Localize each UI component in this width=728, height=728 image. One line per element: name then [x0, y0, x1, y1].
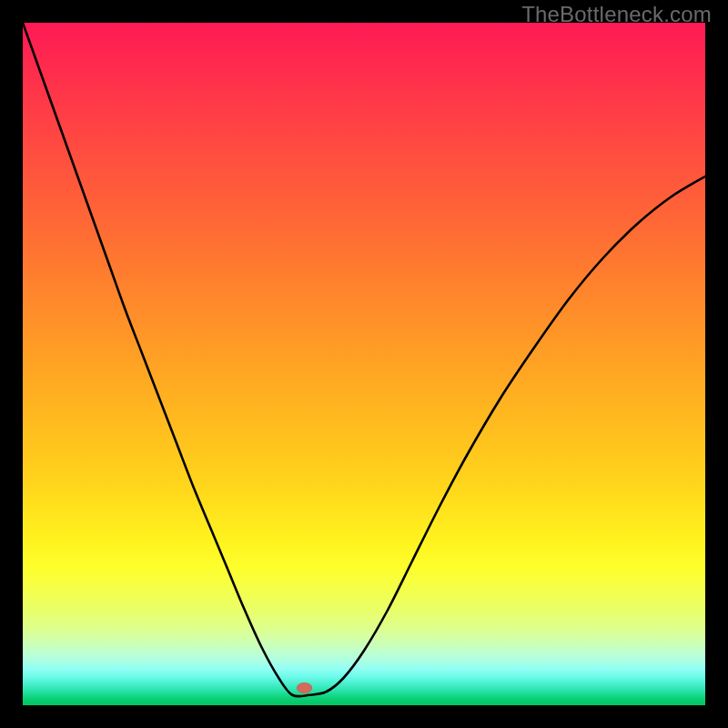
- curve-svg: [23, 23, 705, 705]
- bottleneck-curve: [23, 23, 705, 696]
- plot-area: [23, 23, 705, 705]
- chart-frame: TheBottleneck.com: [0, 0, 728, 728]
- marker-dot: [297, 682, 312, 693]
